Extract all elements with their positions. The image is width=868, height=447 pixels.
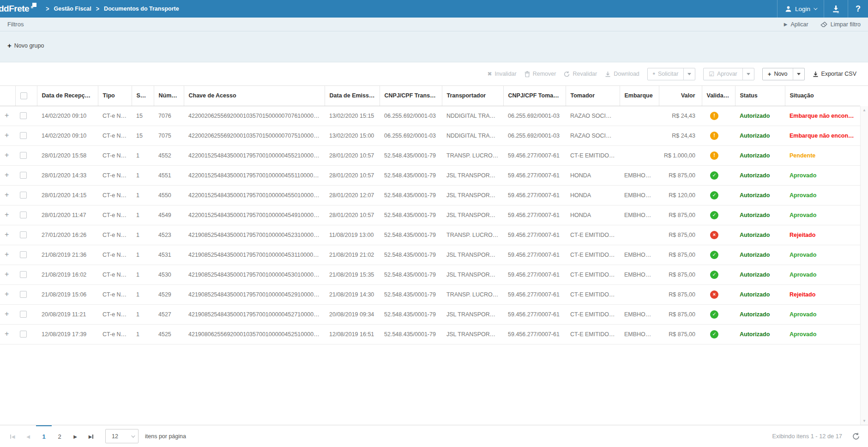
expand-row-icon[interactable]: +: [5, 250, 9, 258]
row-checkbox[interactable]: [20, 231, 27, 238]
row-checkbox[interactable]: [20, 132, 27, 139]
apply-filter-button[interactable]: ▶ Aplicar: [784, 21, 808, 28]
table-row[interactable]: +14/02/2020 09:10CT-e Nor...157076422002…: [0, 106, 860, 126]
refresh-icon: [564, 71, 570, 77]
cell-tipo: CT-e Nor...: [98, 185, 132, 205]
refresh-icon[interactable]: [852, 433, 860, 440]
login-menu[interactable]: Login: [777, 0, 824, 18]
expand-row-icon[interactable]: +: [5, 191, 9, 199]
first-page-button[interactable]: ◀: [5, 425, 20, 447]
novo-split-button: + Novo: [762, 68, 805, 80]
expand-row-icon[interactable]: +: [5, 211, 9, 218]
cell-chave: 4219085254843500017957001000004529100004…: [184, 284, 325, 304]
exportar-csv-button[interactable]: Exportar CSV: [813, 71, 856, 77]
select-all-checkbox[interactable]: [20, 92, 27, 99]
table-row[interactable]: +27/01/2020 16:26CT-e Nor...145234219085…: [0, 225, 860, 245]
table-row[interactable]: +14/02/2020 09:10CT-e Nor...157075422002…: [0, 126, 860, 145]
row-checkbox[interactable]: [20, 311, 27, 318]
clear-filter-button[interactable]: Limpar filtro: [820, 21, 861, 28]
revalidar-button[interactable]: Revalidar: [564, 71, 597, 77]
column-header[interactable]: Validação: [702, 86, 735, 106]
aprovar-button[interactable]: ☑ Aprovar: [704, 68, 742, 80]
download-button[interactable]: Download: [605, 71, 639, 77]
expand-row-icon[interactable]: +: [5, 171, 9, 179]
download-menu-button[interactable]: [824, 0, 848, 18]
column-header[interactable]: Tipo: [98, 86, 132, 106]
previous-page-button[interactable]: ◀: [20, 425, 36, 447]
table-row[interactable]: +21/08/2019 16:02CT-e Nor...145304219085…: [0, 265, 860, 284]
expand-row-icon[interactable]: +: [5, 310, 9, 318]
row-checkbox[interactable]: [20, 192, 27, 199]
row-checkbox[interactable]: [20, 271, 27, 278]
breadcrumb-documentos-transporte[interactable]: Documentos do Transporte: [104, 6, 179, 12]
expand-row-icon[interactable]: +: [5, 270, 9, 278]
column-header[interactable]: Transportador: [442, 86, 503, 106]
table-row[interactable]: +21/08/2019 21:36CT-e Nor...145314219085…: [0, 245, 860, 265]
cell-status: Autorizado: [735, 324, 785, 344]
table-row[interactable]: +21/08/2019 15:06CT-e Nor...145294219085…: [0, 284, 860, 304]
column-header[interactable]: Série: [132, 86, 154, 106]
solicitar-button[interactable]: * Solicitar: [648, 68, 684, 80]
items-per-page-label: itens por página: [145, 433, 186, 440]
table-row[interactable]: +12/08/2019 17:39CT-e Nor...145254219080…: [0, 324, 860, 344]
expand-row-icon[interactable]: +: [5, 290, 9, 298]
cell-recepcao: 27/01/2020 16:26: [37, 225, 98, 245]
cell-embarque: [620, 106, 659, 126]
vertical-scrollbar[interactable]: ▲ ▼: [860, 106, 868, 425]
table-row[interactable]: +28/01/2020 14:33CT-e Nor...145514220015…: [0, 165, 860, 185]
table-row[interactable]: +28/01/2020 14:15CT-e Nor...145504220015…: [0, 185, 860, 205]
scroll-down-icon[interactable]: ▼: [862, 419, 866, 423]
novo-button[interactable]: + Novo: [763, 68, 793, 80]
page-button-1[interactable]: 1: [36, 425, 52, 447]
scroll-up-icon[interactable]: ▲: [862, 108, 866, 112]
column-header[interactable]: Data de Emissão: [325, 86, 380, 106]
expand-row-icon[interactable]: +: [5, 111, 9, 119]
documents-table: Data de Recepção↓TipoSérieNúmeroChave de…: [0, 86, 860, 344]
column-header[interactable]: Tomador: [566, 86, 620, 106]
new-group-button[interactable]: + Novo grupo: [7, 42, 44, 49]
cell-numero: 4549: [154, 205, 184, 225]
cell-cnpj_tomador: 59.456.277/0007-61: [503, 185, 566, 205]
column-header[interactable]: CNPJ/CPF Transpo...: [380, 86, 442, 106]
page-button-2[interactable]: 2: [52, 425, 67, 447]
cell-tipo: CT-e Nor...: [98, 304, 132, 324]
cell-tomador: HONDA: [566, 185, 620, 205]
row-checkbox[interactable]: [20, 172, 27, 179]
column-header[interactable]: Número: [154, 86, 184, 106]
column-header[interactable]: CNPJ/CPF Tomador: [503, 86, 566, 106]
row-checkbox[interactable]: [20, 152, 27, 159]
invalidar-button[interactable]: ✖ Invalidar: [487, 71, 516, 77]
last-page-button[interactable]: ▶: [83, 425, 99, 447]
novo-dropdown-arrow[interactable]: [793, 68, 804, 80]
column-header[interactable]: Chave de Acesso: [184, 86, 325, 106]
expand-row-icon[interactable]: +: [5, 230, 9, 238]
cell-cnpj_transportador: 52.548.435/0001-79: [380, 145, 442, 165]
table-row[interactable]: +20/08/2019 11:21CT-e Nor...145274219085…: [0, 304, 860, 324]
column-header[interactable]: Situação: [785, 86, 860, 106]
solicitar-dropdown-arrow[interactable]: [683, 68, 695, 80]
column-header[interactable]: Embarque: [620, 86, 659, 106]
next-page-button[interactable]: ▶: [67, 425, 83, 447]
aprovar-dropdown-arrow[interactable]: [742, 68, 754, 80]
remover-button[interactable]: Remover: [524, 71, 556, 77]
expand-row-icon[interactable]: +: [5, 330, 9, 338]
cell-cnpj_tomador: 59.456.277/0007-61: [503, 225, 566, 245]
filters-panel: Filtros ▶ Aplicar Limpar filtro + Novo g…: [0, 18, 868, 62]
help-button[interactable]: ?: [848, 0, 868, 18]
row-checkbox[interactable]: [20, 112, 27, 119]
row-checkbox[interactable]: [20, 291, 27, 298]
breadcrumb-gestao-fiscal[interactable]: Gestão Fiscal: [54, 6, 91, 12]
row-checkbox[interactable]: [20, 331, 27, 338]
column-header[interactable]: Data de Recepção↓: [37, 86, 98, 106]
expand-row-icon[interactable]: +: [5, 131, 9, 139]
table-row[interactable]: +28/01/2020 15:58CT-e Nor...145524220015…: [0, 145, 860, 165]
column-header[interactable]: Valor: [659, 86, 702, 106]
row-checkbox[interactable]: [20, 251, 27, 258]
expand-row-icon[interactable]: +: [5, 151, 9, 159]
column-header[interactable]: Status: [735, 86, 785, 106]
page-size-select[interactable]: 12: [105, 429, 139, 443]
cell-serie: 1: [132, 304, 154, 324]
table-row[interactable]: +28/01/2020 11:47CT-e Nor...145494220015…: [0, 205, 860, 225]
plus-icon: +: [7, 43, 12, 48]
row-checkbox[interactable]: [20, 211, 27, 218]
